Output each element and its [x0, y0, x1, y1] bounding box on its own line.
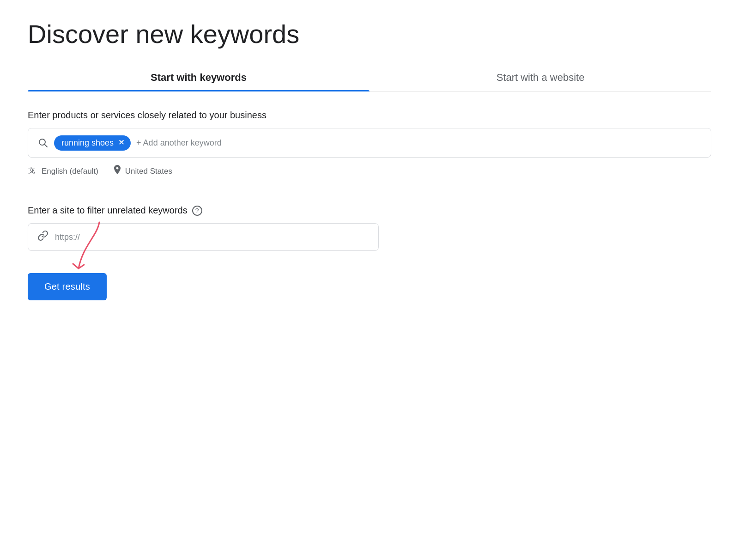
page-title: Discover new keywords [28, 18, 711, 49]
keyword-section-label: Enter products or services closely relat… [28, 110, 711, 121]
keyword-chip-running-shoes[interactable]: running shoes ✕ [54, 135, 131, 151]
link-icon [37, 230, 48, 244]
get-results-button[interactable]: Get results [28, 273, 107, 300]
location-selector[interactable]: United States [113, 165, 172, 177]
keyword-section: Enter products or services closely relat… [28, 110, 711, 177]
location-pin-icon [113, 165, 121, 177]
language-selector[interactable]: 文 A English (default) [28, 165, 98, 177]
keyword-input-box[interactable]: running shoes ✕ + Add another keyword [28, 128, 711, 158]
language-icon: 文 A [28, 165, 38, 177]
add-keyword-input[interactable]: + Add another keyword [136, 138, 702, 148]
filter-section-label-row: Enter a site to filter unrelated keyword… [28, 205, 711, 216]
svg-text:A: A [31, 169, 35, 175]
url-input-box[interactable]: https:// [28, 223, 379, 251]
help-icon[interactable]: ? [192, 206, 202, 216]
filter-section: Enter a site to filter unrelated keyword… [28, 205, 711, 251]
keyword-chip-text: running shoes [61, 138, 114, 148]
tabs-container: Start with keywords Start with a website [28, 64, 711, 91]
tab-start-with-keywords[interactable]: Start with keywords [28, 64, 370, 91]
language-location-row: 文 A English (default) United States [28, 165, 711, 177]
location-label: United States [125, 167, 172, 176]
search-icon [37, 137, 48, 148]
svg-line-1 [45, 145, 48, 147]
keyword-chip-remove-button[interactable]: ✕ [118, 139, 124, 146]
get-results-area: Get results [28, 273, 107, 300]
tab-start-with-website[interactable]: Start with a website [370, 64, 711, 91]
filter-section-label-text: Enter a site to filter unrelated keyword… [28, 205, 188, 216]
url-input-placeholder: https:// [55, 232, 369, 242]
language-label: English (default) [42, 167, 98, 176]
